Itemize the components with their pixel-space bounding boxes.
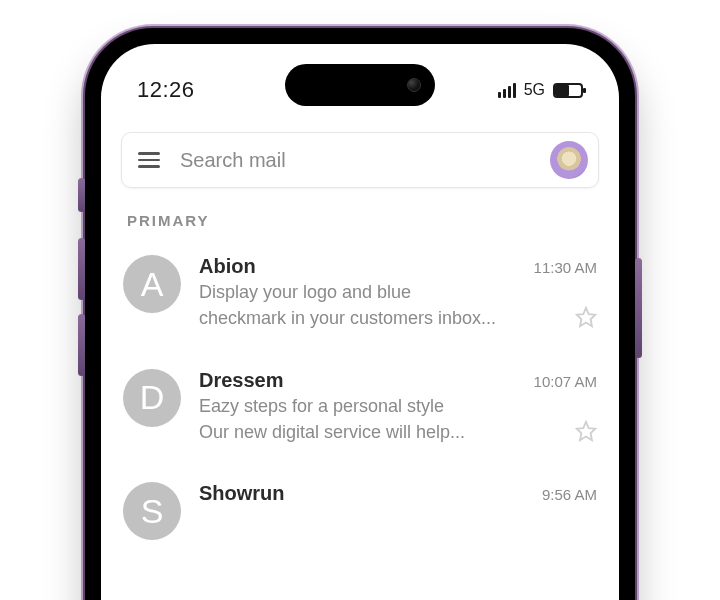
email-time: 9:56 AM	[542, 486, 597, 503]
sender-name: Showrun	[199, 482, 285, 505]
email-item[interactable]: A Abion 11:30 AM Display your logo and b…	[121, 243, 599, 357]
svg-marker-1	[577, 422, 595, 440]
star-icon[interactable]	[575, 306, 597, 328]
battery-icon	[553, 83, 583, 98]
dynamic-island	[285, 64, 435, 106]
sender-avatar: S	[123, 482, 181, 540]
status-clock: 12:26	[137, 77, 195, 103]
sender-name: Abion	[199, 255, 256, 278]
svg-marker-0	[577, 308, 595, 326]
sender-avatar: A	[123, 255, 181, 313]
mute-switch	[78, 178, 85, 212]
status-indicators: 5G	[498, 81, 583, 99]
email-time: 11:30 AM	[534, 259, 597, 276]
email-preview-line1: Display your logo and blue	[199, 280, 597, 304]
power-button	[635, 258, 642, 358]
search-bar[interactable]: Search mail	[121, 132, 599, 188]
sender-name: Dressem	[199, 369, 284, 392]
network-label: 5G	[524, 81, 545, 99]
menu-icon[interactable]	[132, 146, 166, 174]
phone-frame: 12:26 5G Search mail PRIMARY A	[85, 28, 635, 600]
sender-avatar: D	[123, 369, 181, 427]
front-camera-icon	[407, 78, 421, 92]
screen: 12:26 5G Search mail PRIMARY A	[101, 44, 619, 600]
email-preview-line2: Our new digital service will help...	[199, 420, 465, 444]
star-icon[interactable]	[575, 420, 597, 442]
search-placeholder: Search mail	[180, 149, 536, 172]
section-label: PRIMARY	[127, 212, 599, 229]
email-item[interactable]: D Dressem 10:07 AM Eazy steps for a pers…	[121, 357, 599, 471]
profile-avatar[interactable]	[550, 141, 588, 179]
volume-down-button	[78, 314, 85, 376]
email-item[interactable]: S Showrun 9:56 AM	[121, 470, 599, 566]
volume-up-button	[78, 238, 85, 300]
signal-bars-icon	[498, 82, 516, 98]
mail-content: Search mail PRIMARY A Abion 11:30 AM Dis…	[101, 132, 619, 600]
email-time: 10:07 AM	[534, 373, 597, 390]
email-preview-line2: checkmark in your customers inbox...	[199, 306, 496, 330]
email-preview-line1: Eazy steps for a personal style	[199, 394, 597, 418]
